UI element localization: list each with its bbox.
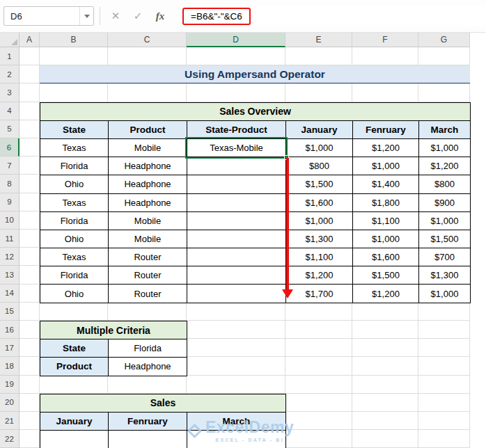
- cell-F8[interactable]: $1,400: [353, 175, 419, 193]
- cell-E16[interactable]: [285, 321, 352, 339]
- cell-B18[interactable]: Product: [40, 358, 109, 376]
- cell-A18[interactable]: [19, 357, 40, 375]
- cell-D12[interactable]: [187, 248, 286, 266]
- cell-C17[interactable]: Florida: [109, 339, 187, 358]
- row-header-8[interactable]: 8: [0, 175, 19, 193]
- row-header-12[interactable]: 12: [0, 248, 19, 266]
- cell-D17[interactable]: [187, 339, 285, 357]
- formula-input[interactable]: =B6&"-"&C6: [182, 6, 486, 26]
- cell-G11[interactable]: $1,500: [419, 230, 471, 248]
- cell-B7[interactable]: Florida: [40, 157, 109, 175]
- cell-G18[interactable]: [418, 357, 470, 375]
- column-header-A[interactable]: A: [19, 33, 40, 47]
- cell-D11[interactable]: [187, 230, 286, 248]
- cell-F17[interactable]: [352, 339, 418, 357]
- cell-B10[interactable]: Florida: [40, 211, 109, 230]
- cell-B16[interactable]: Multiple Criteria: [40, 321, 187, 339]
- cell-C22[interactable]: [109, 431, 187, 448]
- row-header-1[interactable]: 1: [0, 47, 19, 65]
- cell-D7[interactable]: [187, 157, 286, 175]
- cell-C13[interactable]: Router: [109, 266, 187, 285]
- cell-E7[interactable]: $800: [286, 157, 353, 175]
- cell-F10[interactable]: $1,100: [353, 211, 419, 230]
- cell-E22[interactable]: [285, 430, 352, 448]
- insert-function-icon[interactable]: fx: [149, 10, 171, 22]
- column-header-G[interactable]: G: [418, 33, 470, 47]
- cell-A1[interactable]: [19, 47, 40, 65]
- cell-F3[interactable]: [352, 83, 418, 102]
- cell-B20[interactable]: Sales: [40, 394, 286, 412]
- cell-C1[interactable]: [108, 47, 187, 65]
- cell-A13[interactable]: [19, 266, 40, 284]
- cell-A7[interactable]: [19, 157, 40, 175]
- cell-G10[interactable]: $1,000: [419, 211, 471, 230]
- cell-D5[interactable]: State-Product: [187, 120, 286, 138]
- cell-A19[interactable]: [19, 376, 40, 394]
- cell-B17[interactable]: State: [40, 339, 109, 358]
- cell-G22[interactable]: [418, 430, 470, 448]
- cell-C3[interactable]: [108, 83, 187, 102]
- cell-E9[interactable]: $1,600: [286, 193, 353, 211]
- row-header-5[interactable]: 5: [0, 120, 19, 138]
- row-header-4[interactable]: 4: [0, 102, 19, 120]
- cell-C21[interactable]: Fenruary: [109, 412, 187, 430]
- row-header-13[interactable]: 13: [0, 266, 19, 284]
- cell-A4[interactable]: [19, 102, 40, 120]
- cell-D15[interactable]: [187, 303, 285, 321]
- cell-F11[interactable]: $1,000: [353, 230, 419, 248]
- cell-F18[interactable]: [352, 357, 418, 375]
- row-header-11[interactable]: 11: [0, 230, 19, 248]
- cell-G6[interactable]: $1,000: [419, 138, 471, 157]
- cell-G7[interactable]: $1,200: [419, 157, 471, 175]
- cell-E20[interactable]: [285, 394, 352, 412]
- cell-F21[interactable]: [352, 412, 418, 430]
- cell-E1[interactable]: [285, 47, 352, 65]
- cell-G14[interactable]: $1,000: [419, 285, 471, 303]
- cell-C12[interactable]: Router: [109, 248, 187, 266]
- cell-A22[interactable]: [19, 430, 40, 448]
- cell-G17[interactable]: [418, 339, 470, 357]
- cell-A2[interactable]: [19, 65, 40, 83]
- cell-G16[interactable]: [418, 321, 470, 339]
- cell-F13[interactable]: $1,500: [353, 266, 419, 285]
- cell-D3[interactable]: [187, 83, 285, 102]
- column-header-F[interactable]: F: [352, 33, 418, 47]
- row-header-19[interactable]: 19: [0, 376, 19, 394]
- cell-C11[interactable]: Mobile: [109, 230, 187, 248]
- cell-F9[interactable]: $1,800: [353, 193, 419, 211]
- cell-F22[interactable]: [352, 430, 418, 448]
- cell-C19[interactable]: [108, 376, 187, 394]
- cell-B19[interactable]: [40, 376, 108, 394]
- row-header-9[interactable]: 9: [0, 193, 19, 211]
- cell-B9[interactable]: Texas: [40, 193, 109, 211]
- cell-G1[interactable]: [418, 47, 470, 65]
- cell-E17[interactable]: [285, 339, 352, 357]
- cell-G21[interactable]: [418, 412, 470, 430]
- cell-F1[interactable]: [352, 47, 418, 65]
- cell-G5[interactable]: March: [419, 120, 471, 138]
- cell-B14[interactable]: Ohio: [40, 285, 109, 303]
- cell-D22[interactable]: [187, 431, 286, 448]
- cell-B13[interactable]: Florida: [40, 266, 109, 285]
- row-header-16[interactable]: 16: [0, 321, 19, 339]
- worksheet-title-banner[interactable]: Using Ampersand Operator: [40, 65, 470, 84]
- row-header-6[interactable]: 6: [0, 138, 19, 157]
- cell-D13[interactable]: [187, 266, 286, 285]
- cell-D8[interactable]: [187, 175, 286, 193]
- cell-A11[interactable]: [19, 230, 40, 248]
- cell-E11[interactable]: $1,300: [286, 230, 353, 248]
- cell-D9[interactable]: [187, 193, 286, 211]
- cell-E13[interactable]: $1,200: [286, 266, 353, 285]
- cell-D21[interactable]: March: [187, 412, 286, 430]
- cell-A16[interactable]: [19, 321, 40, 339]
- cell-B11[interactable]: Ohio: [40, 230, 109, 248]
- cell-A14[interactable]: [19, 285, 40, 303]
- cell-F5[interactable]: Fenruary: [353, 120, 419, 138]
- cell-F20[interactable]: [352, 394, 418, 412]
- row-header-10[interactable]: 10: [0, 211, 19, 230]
- cell-D10[interactable]: [187, 211, 286, 230]
- cell-F6[interactable]: $1,200: [353, 138, 419, 157]
- cell-E8[interactable]: $1,500: [286, 175, 353, 193]
- cell-F7[interactable]: $1,000: [353, 157, 419, 175]
- cell-B21[interactable]: January: [40, 412, 109, 430]
